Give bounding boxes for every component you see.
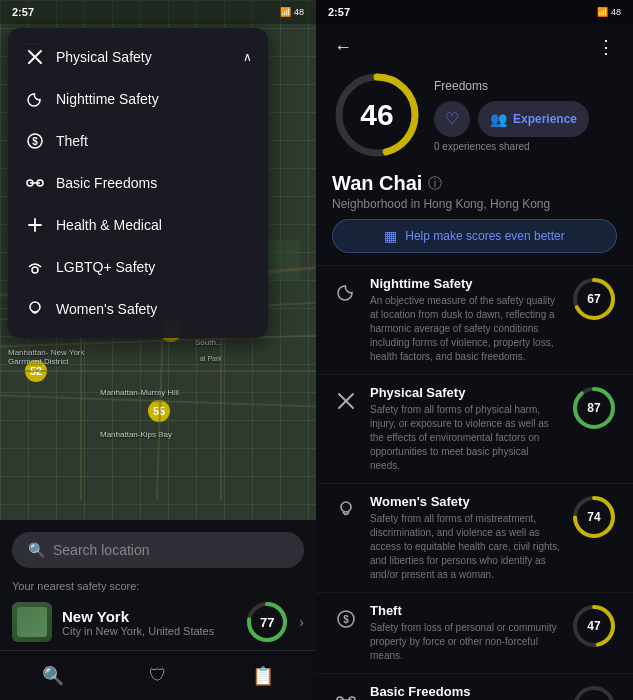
lgbtq-icon: [24, 256, 46, 278]
lgbtq-label: LGBTQ+ Safety: [56, 259, 252, 275]
experiences-count: 0 experiences shared: [434, 141, 617, 152]
womens-score-ring: 74: [571, 494, 617, 540]
action-buttons: ♡ 👥 Experience: [434, 101, 617, 137]
physical-score-val: 87: [587, 401, 600, 415]
search-bar[interactable]: 🔍 Search location: [12, 532, 304, 568]
nearest-city-name: New York: [62, 608, 235, 625]
nighttime-row-icon: [332, 278, 360, 306]
womens-label: Women's Safety: [56, 301, 252, 317]
theft-row-icon: $: [332, 605, 360, 633]
physical-row-icon: [332, 387, 360, 415]
right-panel: 2:57 📶 48 ← ⋮ 46 Freedoms ♡: [316, 0, 633, 700]
nearest-location-card[interactable]: New York City in New York, United States…: [12, 600, 304, 644]
favorite-button[interactable]: ♡: [434, 101, 470, 137]
menu-item-theft[interactable]: $ Theft: [8, 120, 268, 162]
freedoms-title: Basic Freedoms: [370, 684, 561, 699]
theft-title: Theft: [370, 603, 561, 618]
help-scores-button[interactable]: ▦ Help make scores even better: [332, 219, 617, 253]
right-signal-icon: 📶: [597, 7, 608, 17]
physical-score-ring: 87: [571, 385, 617, 431]
freedoms-row-icon: [332, 686, 360, 700]
score-row-womens[interactable]: Women's Safety Safety from all forms of …: [316, 483, 633, 592]
location-title-row: Wan Chai ⓘ: [332, 172, 617, 195]
physical-safety-label: Physical Safety: [56, 49, 243, 65]
map-label-park: al Park: [200, 355, 222, 362]
menu-item-nighttime-safety[interactable]: Nighttime Safety: [8, 78, 268, 120]
nighttime-icon: [24, 88, 46, 110]
main-score-value: 46: [360, 98, 393, 132]
search-icon: 🔍: [28, 542, 45, 558]
experience-icon: 👥: [490, 111, 507, 127]
health-label: Health & Medical: [56, 217, 252, 233]
right-time: 2:57: [328, 6, 350, 18]
nav-shield-icon: 🛡: [149, 665, 167, 686]
bottom-navigation: 🔍 🛡 📋: [0, 650, 316, 700]
womens-content: Women's Safety Safety from all forms of …: [370, 494, 561, 582]
svg-point-29: [575, 688, 613, 700]
nighttime-content: Nighttime Safety An objective measure of…: [370, 276, 561, 364]
menu-item-health[interactable]: Health & Medical: [8, 204, 268, 246]
nearest-label: Your nearest safety score:: [12, 580, 304, 592]
nearest-score-num: 77: [260, 615, 274, 630]
womens-title: Women's Safety: [370, 494, 561, 509]
score-row-basic-freedoms[interactable]: Basic Freedoms Having access to and prot…: [316, 673, 633, 700]
map-label-garment: Manhattan- New YorkGarrment District: [8, 348, 85, 366]
location-info: New York City in New York, United States: [62, 608, 235, 637]
battery-icon: 48: [294, 7, 304, 17]
nighttime-score-val: 67: [587, 292, 600, 306]
freedoms-label: Basic Freedoms: [56, 175, 252, 191]
info-icon: ⓘ: [428, 175, 442, 193]
category-dropdown: Physical Safety ∧ Nighttime Safety $ The…: [8, 28, 268, 338]
score-row-theft[interactable]: $ Theft Safety from loss of personal or …: [316, 592, 633, 673]
freedoms-score-ring: [571, 684, 617, 700]
freedoms-content: Basic Freedoms Having access to and prot…: [370, 684, 561, 700]
right-battery-icon: 48: [611, 7, 621, 17]
signal-icon: 📶: [280, 7, 291, 17]
theft-label: Theft: [56, 133, 252, 149]
search-placeholder: Search location: [53, 542, 150, 558]
nighttime-desc: An objective measure of the safety quali…: [370, 294, 561, 364]
womens-row-icon: [332, 496, 360, 524]
experience-button[interactable]: 👥 Experience: [478, 101, 589, 137]
nearest-score-ring: 77: [245, 600, 289, 644]
right-status-icons: 📶 48: [597, 7, 621, 17]
theft-content: Theft Safety from loss of personal or co…: [370, 603, 561, 663]
score-row-nighttime[interactable]: Nighttime Safety An objective measure of…: [316, 265, 633, 374]
menu-item-physical-safety[interactable]: Physical Safety ∧: [8, 36, 268, 78]
physical-title: Physical Safety: [370, 385, 561, 400]
more-options-button[interactable]: ⋮: [591, 32, 621, 62]
right-status-bar: 2:57 📶 48: [316, 0, 633, 24]
left-status-bar: 2:57 📶 48: [0, 0, 316, 24]
left-status-icons: 📶 48: [280, 7, 304, 17]
physical-content: Physical Safety Safety from all forms of…: [370, 385, 561, 473]
left-panel: 2:57 📶 48 Physical Safety ∧: [0, 0, 316, 700]
score-row-physical[interactable]: Physical Safety Safety from all forms of…: [316, 374, 633, 483]
back-button[interactable]: ←: [328, 32, 358, 62]
left-time: 2:57: [12, 6, 34, 18]
nighttime-label: Nighttime Safety: [56, 91, 252, 107]
svg-text:$: $: [343, 614, 349, 625]
location-header: Wan Chai ⓘ Neighborhood in Hong Kong, Ho…: [316, 172, 633, 219]
theft-score-ring: 47: [571, 603, 617, 649]
back-arrow-icon: ←: [334, 37, 352, 58]
nav-shield[interactable]: 🛡: [105, 665, 210, 686]
city-name: Wan Chai: [332, 172, 422, 195]
menu-item-womens[interactable]: Women's Safety: [8, 288, 268, 330]
more-dots-icon: ⋮: [597, 36, 615, 58]
nav-search[interactable]: 🔍: [0, 665, 105, 687]
hero-section: 46 Freedoms ♡ 👥 Experience 0 experiences…: [316, 70, 633, 172]
nav-list[interactable]: 📋: [211, 665, 316, 687]
physical-desc: Safety from all forms of physical harm, …: [370, 403, 561, 473]
experience-label: Experience: [513, 112, 577, 126]
menu-item-lgbtq[interactable]: LGBTQ+ Safety: [8, 246, 268, 288]
svg-point-8: [30, 302, 40, 312]
theft-desc: Safety from loss of personal or communit…: [370, 621, 561, 663]
main-score-ring: 46: [332, 70, 422, 160]
womens-score-val: 74: [587, 510, 600, 524]
menu-item-basic-freedoms[interactable]: Basic Freedoms: [8, 162, 268, 204]
map-label-kips: Manhattan-Kips Bay: [100, 430, 172, 439]
help-label: Help make scores even better: [405, 229, 564, 243]
nav-list-icon: 📋: [252, 665, 274, 687]
svg-text:$: $: [32, 136, 38, 147]
womens-desc: Safety from all forms of mistreatment, d…: [370, 512, 561, 582]
